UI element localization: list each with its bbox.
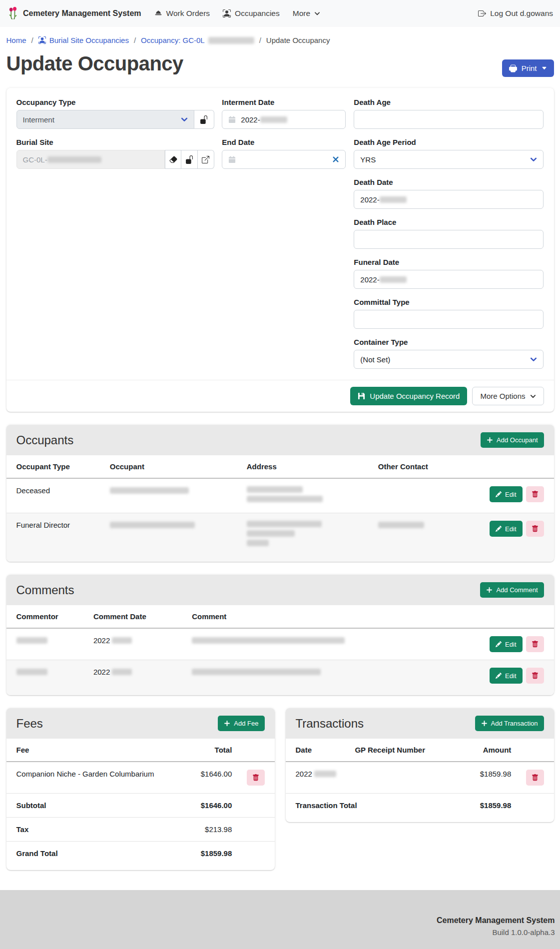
logout-label: Log Out d.gowans [490, 9, 553, 18]
print-button[interactable]: Print [502, 59, 554, 77]
redacted-value [16, 669, 47, 675]
burial-site-lock-button[interactable] [181, 150, 198, 169]
column-header: Commentor [6, 605, 88, 628]
add-comment-button[interactable]: Add Comment [480, 582, 544, 598]
eraser-icon [169, 155, 177, 163]
death-date-label: Death Date [354, 178, 544, 186]
column-header: Occupant Type [6, 455, 105, 478]
transactions-title: Transactions [296, 717, 364, 731]
interment-date-label: Interment Date [222, 98, 346, 106]
redacted-value [380, 196, 407, 203]
burial-site-value-prefix: GC-0L- [23, 155, 47, 164]
death-place-input[interactable] [354, 230, 544, 249]
unlock-icon [200, 115, 208, 124]
occupancy-type-lock-button[interactable] [194, 110, 214, 129]
death-date-input[interactable]: 2022- [354, 190, 544, 209]
burial-site-input: GC-0L- [16, 150, 165, 169]
redacted-value [110, 487, 189, 494]
grand-total-label: Grand Total [6, 842, 173, 866]
pencil-icon [496, 673, 502, 679]
edit-label: Edit [505, 491, 516, 498]
chevron-down-icon [314, 10, 320, 16]
print-label: Print [522, 64, 537, 72]
chevron-down-icon [530, 393, 536, 399]
edit-occupant-button[interactable]: Edit [490, 486, 522, 502]
caret-down-icon [542, 65, 547, 71]
add-fee-button[interactable]: Add Fee [218, 716, 264, 731]
brand[interactable]: Cemetery Management System [7, 6, 141, 20]
pencil-icon [496, 526, 502, 532]
end-date-clear-button[interactable] [332, 156, 339, 163]
nav-item-label: More [293, 9, 310, 18]
table-row: Companion Niche - Garden Columbarium $16… [6, 762, 275, 794]
box-arrow-right-icon [478, 9, 486, 17]
container-type-select[interactable]: (Not Set) [354, 350, 544, 369]
table-row: Grand Total $1859.98 [6, 842, 275, 866]
add-transaction-label: Add Transaction [491, 720, 538, 727]
delete-occupant-button[interactable] [526, 486, 544, 502]
subtotal-label: Subtotal [6, 794, 173, 818]
end-date-input[interactable] [222, 150, 346, 169]
person-bounding-box-icon [38, 36, 46, 44]
column-header: Fee [6, 739, 173, 762]
delete-fee-button[interactable] [247, 770, 265, 786]
comments-section: Comments Add Comment Commentor Comment D… [6, 575, 554, 695]
add-comment-label: Add Comment [496, 586, 538, 594]
breadcrumb-label: Burial Site Occupancies [49, 36, 129, 44]
death-place-label: Death Place [354, 218, 544, 226]
edit-occupant-button[interactable]: Edit [490, 521, 522, 537]
burial-site-clear-button[interactable] [165, 150, 181, 169]
nav-item-label: Work Orders [166, 9, 210, 18]
plus-icon [487, 437, 493, 443]
redacted-value [247, 496, 323, 502]
breadcrumb-burial-site-occupancies[interactable]: Burial Site Occupancies [38, 36, 129, 44]
hard-hat-icon [154, 9, 162, 17]
column-header: Comment [187, 605, 483, 628]
table-row: Deceased Edit [6, 478, 554, 513]
transaction-date-prefix: 2022 [296, 770, 312, 778]
occupancy-type-select[interactable]: Interment [16, 110, 195, 129]
add-occupant-button[interactable]: Add Occupant [481, 432, 544, 448]
transaction-amount-cell: $1859.98 [452, 762, 516, 794]
death-age-input[interactable] [354, 110, 544, 129]
committal-type-input[interactable] [354, 310, 544, 329]
redacted-value [247, 530, 295, 537]
interment-date-input[interactable]: 2022- [222, 110, 346, 129]
delete-comment-button[interactable] [526, 636, 544, 652]
logout-button[interactable]: Log Out d.gowans [478, 9, 553, 18]
breadcrumb-occupancy[interactable]: Occupancy: GC-0L [141, 36, 254, 44]
death-age-period-select[interactable]: YRS [354, 150, 544, 169]
calendar-icon [228, 156, 236, 163]
update-occupancy-record-button[interactable]: Update Occupancy Record [350, 387, 467, 405]
edit-comment-button[interactable]: Edit [490, 636, 522, 652]
printer-icon [509, 64, 517, 72]
delete-transaction-button[interactable] [526, 770, 544, 786]
nav-item-more[interactable]: More [293, 9, 320, 18]
redacted-value [192, 669, 321, 675]
breadcrumb-separator: / [259, 36, 261, 44]
nav-item-occupancies[interactable]: Occupancies [223, 9, 280, 18]
breadcrumb-home[interactable]: Home [6, 36, 26, 44]
nav-item-label: Occupancies [235, 9, 280, 18]
delete-occupant-button[interactable] [526, 521, 544, 537]
pencil-icon [496, 641, 502, 647]
floppy-disk-icon [358, 392, 365, 400]
add-transaction-button[interactable]: Add Transaction [475, 716, 544, 731]
table-row: Subtotal $1646.00 [6, 794, 275, 818]
column-header: Date [286, 739, 350, 762]
container-type-value: (Not Set) [360, 355, 390, 364]
occupancy-form-card: Occupancy Type Interment [6, 88, 554, 412]
funeral-date-input[interactable]: 2022- [354, 270, 544, 289]
page-title: Update Occupancy [6, 52, 183, 75]
nav-item-work-orders[interactable]: Work Orders [154, 9, 210, 18]
burial-site-open-button[interactable] [198, 150, 214, 169]
edit-comment-button[interactable]: Edit [490, 668, 522, 684]
table-row: Funeral Director [6, 513, 554, 557]
delete-comment-button[interactable] [526, 668, 544, 684]
more-options-button[interactable]: More Options [472, 387, 544, 405]
trash-icon [532, 491, 539, 498]
committal-type-label: Committal Type [354, 298, 544, 306]
plus-icon [224, 720, 230, 727]
table-row: Transaction Total $1859.98 [286, 794, 554, 818]
redacted-value [378, 522, 424, 528]
